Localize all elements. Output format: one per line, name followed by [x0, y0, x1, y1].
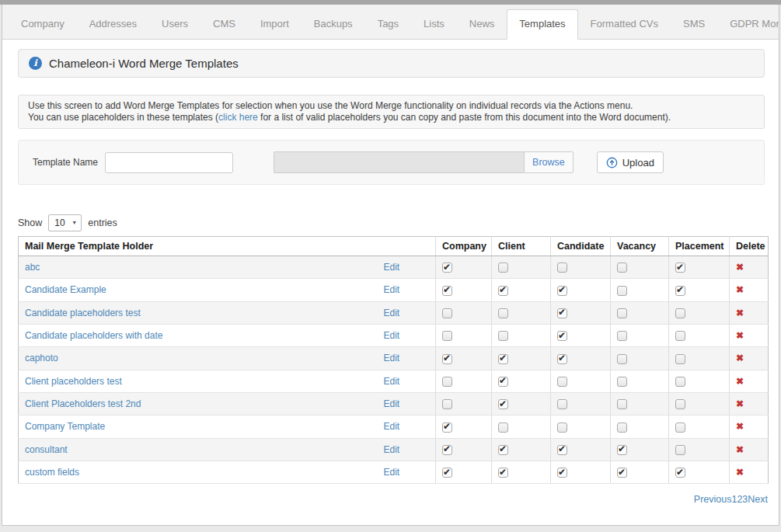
placement-checkbox[interactable]	[675, 354, 685, 364]
client-checkbox[interactable]	[498, 286, 508, 296]
client-checkbox[interactable]	[498, 422, 508, 433]
company-checkbox[interactable]	[442, 399, 452, 409]
delete-x-icon[interactable]: ✖	[736, 262, 744, 273]
vacancy-checkbox[interactable]	[617, 468, 627, 478]
tab-cms[interactable]: CMS	[200, 9, 248, 39]
vacancy-checkbox[interactable]	[617, 286, 627, 296]
browse-button[interactable]: Browse	[524, 151, 574, 173]
template-name-link[interactable]: Candidate placeholders with date	[25, 330, 162, 341]
pagination-next[interactable]: Next	[748, 494, 768, 505]
template-name-link[interactable]: custom fields	[25, 467, 79, 478]
delete-x-icon[interactable]: ✖	[736, 308, 744, 318]
upload-button[interactable]: Upload	[597, 151, 664, 173]
client-checkbox[interactable]	[498, 331, 508, 341]
tab-import[interactable]: Import	[248, 9, 302, 39]
tab-addresses[interactable]: Addresses	[77, 9, 149, 39]
company-checkbox[interactable]	[442, 468, 452, 478]
placement-checkbox[interactable]	[675, 377, 685, 387]
placement-checkbox[interactable]	[675, 468, 685, 478]
tab-company[interactable]: Company	[9, 9, 77, 39]
placement-checkbox[interactable]	[675, 422, 685, 433]
tab-lists[interactable]: Lists	[411, 9, 457, 39]
edit-link[interactable]: Edit	[384, 353, 400, 363]
company-checkbox[interactable]	[442, 354, 452, 364]
candidate-checkbox[interactable]	[557, 331, 567, 341]
edit-link[interactable]: Edit	[384, 262, 400, 273]
company-checkbox[interactable]	[442, 263, 452, 273]
candidate-checkbox[interactable]	[557, 445, 567, 455]
company-checkbox[interactable]	[442, 445, 452, 455]
template-name-link[interactable]: abc	[25, 262, 40, 273]
tab-sms[interactable]: SMS	[671, 9, 717, 39]
delete-x-icon[interactable]: ✖	[736, 467, 744, 478]
delete-x-icon[interactable]: ✖	[736, 376, 744, 387]
vacancy-checkbox[interactable]	[617, 377, 627, 387]
candidate-checkbox[interactable]	[557, 286, 567, 296]
client-checkbox[interactable]	[498, 399, 508, 409]
template-name-link[interactable]: Client Placeholders test 2nd	[25, 398, 141, 409]
candidate-checkbox[interactable]	[557, 263, 567, 273]
edit-link[interactable]: Edit	[384, 330, 400, 341]
edit-link[interactable]: Edit	[384, 284, 400, 295]
tab-gdpr-monitor[interactable]: GDPR Monitor	[717, 9, 779, 39]
edit-link[interactable]: Edit	[384, 308, 400, 318]
company-checkbox[interactable]	[442, 377, 452, 387]
placement-checkbox[interactable]	[675, 263, 685, 273]
vacancy-checkbox[interactable]	[617, 445, 627, 455]
candidate-checkbox[interactable]	[557, 308, 567, 318]
tab-users[interactable]: Users	[149, 9, 200, 39]
client-checkbox[interactable]	[498, 263, 508, 273]
delete-x-icon[interactable]: ✖	[736, 398, 744, 409]
client-checkbox[interactable]	[498, 377, 508, 387]
tab-tags[interactable]: Tags	[365, 9, 411, 39]
delete-x-icon[interactable]: ✖	[736, 421, 744, 432]
pagination-previous[interactable]: Previous	[694, 494, 732, 505]
candidate-checkbox[interactable]	[557, 377, 567, 387]
company-checkbox[interactable]	[442, 308, 452, 318]
delete-x-icon[interactable]: ✖	[736, 330, 744, 341]
client-checkbox[interactable]	[498, 354, 508, 364]
placement-checkbox[interactable]	[675, 331, 685, 341]
placement-checkbox[interactable]	[675, 445, 685, 455]
tab-templates[interactable]: Templates	[507, 9, 577, 40]
client-checkbox[interactable]	[498, 308, 508, 318]
template-name-link[interactable]: Candidate placeholders test	[25, 308, 141, 318]
tab-backups[interactable]: Backups	[302, 9, 365, 39]
vacancy-checkbox[interactable]	[617, 422, 627, 433]
vacancy-checkbox[interactable]	[617, 331, 627, 341]
delete-x-icon[interactable]: ✖	[736, 284, 744, 295]
vacancy-checkbox[interactable]	[617, 354, 627, 364]
template-name-link[interactable]: Company Template	[25, 421, 105, 432]
delete-x-icon[interactable]: ✖	[736, 444, 744, 455]
company-checkbox[interactable]	[442, 286, 452, 296]
candidate-checkbox[interactable]	[557, 468, 567, 478]
placement-checkbox[interactable]	[675, 399, 685, 409]
edit-link[interactable]: Edit	[384, 444, 400, 455]
placement-checkbox[interactable]	[675, 286, 685, 296]
vacancy-checkbox[interactable]	[617, 263, 627, 273]
company-checkbox[interactable]	[442, 422, 452, 433]
template-name-link[interactable]: Candidate Example	[25, 284, 106, 295]
candidate-checkbox[interactable]	[557, 354, 567, 364]
edit-link[interactable]: Edit	[384, 398, 400, 409]
template-name-link[interactable]: consultant	[25, 444, 68, 455]
template-name-link[interactable]: Client placeholders test	[25, 376, 122, 387]
client-checkbox[interactable]	[498, 468, 508, 478]
page-size-select[interactable]: 10	[49, 215, 81, 231]
placement-checkbox[interactable]	[675, 308, 685, 318]
file-path-field[interactable]	[274, 151, 524, 173]
company-checkbox[interactable]	[442, 331, 452, 341]
candidate-checkbox[interactable]	[557, 422, 567, 433]
edit-link[interactable]: Edit	[384, 467, 400, 478]
template-name-link[interactable]: caphoto	[25, 353, 58, 363]
vacancy-checkbox[interactable]	[617, 399, 627, 409]
client-checkbox[interactable]	[498, 445, 508, 455]
candidate-checkbox[interactable]	[557, 399, 567, 409]
tab-news[interactable]: News	[457, 9, 507, 39]
vacancy-checkbox[interactable]	[617, 308, 627, 318]
tab-formatted-cvs[interactable]: Formatted CVs	[578, 9, 671, 39]
template-name-input[interactable]	[105, 152, 233, 173]
edit-link[interactable]: Edit	[384, 421, 400, 432]
edit-link[interactable]: Edit	[384, 376, 400, 387]
click-here-link[interactable]: click here	[218, 112, 258, 123]
